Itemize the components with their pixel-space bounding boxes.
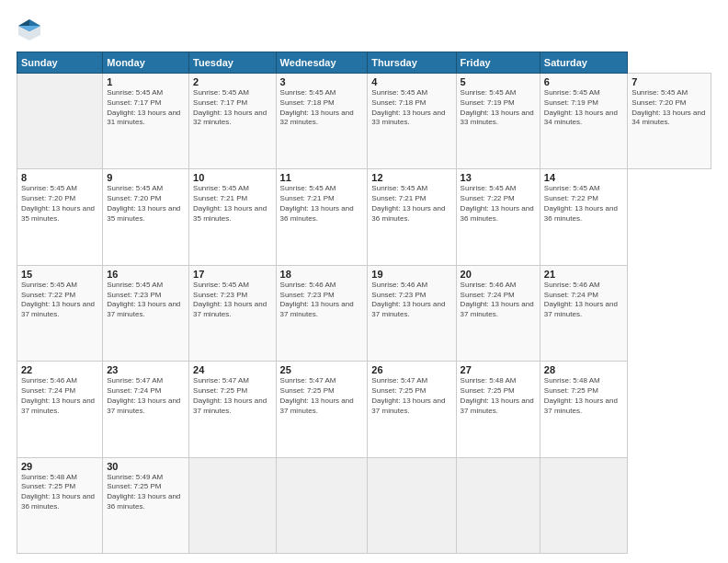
day-cell [276,457,368,553]
day-number: 14 [544,172,624,183]
day-info: Sunrise: 5:46 AMSunset: 7:23 PMDaylight:… [371,281,451,320]
day-info: Sunrise: 5:45 AMSunset: 7:22 PMDaylight:… [544,184,624,224]
day-number: 3 [280,76,364,87]
day-number: 2 [193,76,272,87]
day-info: Sunrise: 5:45 AMSunset: 7:20 PMDaylight:… [107,184,185,224]
day-cell: 6Sunrise: 5:45 AMSunset: 7:19 PMDaylight… [540,74,628,169]
day-info: Sunrise: 5:49 AMSunset: 7:25 PMDaylight:… [107,473,185,512]
day-cell: 14Sunrise: 5:45 AMSunset: 7:22 PMDayligh… [540,169,628,265]
day-info: Sunrise: 5:45 AMSunset: 7:21 PMDaylight:… [193,184,272,224]
col-header-tuesday: Tuesday [189,52,277,74]
day-cell [540,457,628,553]
day-cell: 17Sunrise: 5:45 AMSunset: 7:23 PMDayligh… [189,265,277,361]
day-cell [368,457,456,553]
day-cell: 24Sunrise: 5:47 AMSunset: 7:25 PMDayligh… [189,362,277,457]
day-number: 4 [371,76,451,87]
day-cell: 11Sunrise: 5:45 AMSunset: 7:21 PMDayligh… [276,169,368,265]
day-info: Sunrise: 5:48 AMSunset: 7:25 PMDaylight:… [544,376,624,416]
week-row-1: 1Sunrise: 5:45 AMSunset: 7:17 PMDaylight… [17,74,711,169]
header [17,17,711,42]
day-number: 16 [107,269,185,280]
col-header-thursday: Thursday [368,52,456,74]
col-header-saturday: Saturday [540,52,628,74]
day-cell [456,457,540,553]
day-cell: 25Sunrise: 5:47 AMSunset: 7:25 PMDayligh… [276,362,368,457]
day-number: 19 [371,269,451,280]
day-cell: 20Sunrise: 5:46 AMSunset: 7:24 PMDayligh… [456,265,540,361]
day-cell: 22Sunrise: 5:46 AMSunset: 7:24 PMDayligh… [17,362,103,457]
day-number: 21 [544,269,624,280]
day-number: 9 [107,172,185,183]
day-number: 30 [107,461,185,472]
day-info: Sunrise: 5:47 AMSunset: 7:24 PMDaylight:… [107,376,185,416]
day-number: 18 [280,269,364,280]
day-number: 12 [371,172,451,183]
day-info: Sunrise: 5:45 AMSunset: 7:18 PMDaylight:… [371,88,451,128]
day-info: Sunrise: 5:46 AMSunset: 7:24 PMDaylight:… [21,376,98,416]
day-number: 20 [461,269,536,280]
day-number: 28 [544,364,624,375]
day-info: Sunrise: 5:47 AMSunset: 7:25 PMDaylight:… [280,376,364,416]
calendar-table: SundayMondayTuesdayWednesdayThursdayFrid… [17,52,711,554]
day-number: 13 [461,172,536,183]
day-cell: 9Sunrise: 5:45 AMSunset: 7:20 PMDaylight… [103,169,189,265]
day-info: Sunrise: 5:45 AMSunset: 7:19 PMDaylight:… [461,88,536,128]
day-cell: 27Sunrise: 5:48 AMSunset: 7:25 PMDayligh… [456,362,540,457]
col-header-friday: Friday [456,52,540,74]
day-info: Sunrise: 5:48 AMSunset: 7:25 PMDaylight:… [461,376,536,416]
day-cell: 2Sunrise: 5:45 AMSunset: 7:17 PMDaylight… [189,74,277,169]
day-info: Sunrise: 5:45 AMSunset: 7:21 PMDaylight:… [280,184,364,224]
col-header-wednesday: Wednesday [276,52,368,74]
week-row-4: 22Sunrise: 5:46 AMSunset: 7:24 PMDayligh… [17,362,711,457]
day-info: Sunrise: 5:45 AMSunset: 7:20 PMDaylight:… [21,184,98,224]
day-number: 27 [461,364,536,375]
page: SundayMondayTuesdayWednesdayThursdayFrid… [0,0,728,563]
day-cell: 18Sunrise: 5:46 AMSunset: 7:23 PMDayligh… [276,265,368,361]
day-info: Sunrise: 5:45 AMSunset: 7:20 PMDaylight:… [631,88,707,128]
day-number: 10 [193,172,272,183]
day-cell [189,457,277,553]
day-number: 22 [21,364,98,375]
day-cell [17,74,103,169]
day-info: Sunrise: 5:45 AMSunset: 7:19 PMDaylight:… [544,88,624,128]
day-cell: 30Sunrise: 5:49 AMSunset: 7:25 PMDayligh… [103,457,189,553]
header-row: SundayMondayTuesdayWednesdayThursdayFrid… [17,52,711,74]
day-number: 29 [21,461,98,472]
day-cell: 26Sunrise: 5:47 AMSunset: 7:25 PMDayligh… [368,362,456,457]
day-number: 11 [280,172,364,183]
day-number: 7 [631,76,707,87]
day-cell: 3Sunrise: 5:45 AMSunset: 7:18 PMDaylight… [276,74,368,169]
week-row-5: 29Sunrise: 5:48 AMSunset: 7:25 PMDayligh… [17,457,711,553]
day-cell: 8Sunrise: 5:45 AMSunset: 7:20 PMDaylight… [17,169,103,265]
day-info: Sunrise: 5:47 AMSunset: 7:25 PMDaylight:… [193,376,272,416]
day-info: Sunrise: 5:45 AMSunset: 7:21 PMDaylight:… [371,184,451,224]
day-cell: 5Sunrise: 5:45 AMSunset: 7:19 PMDaylight… [456,74,540,169]
day-info: Sunrise: 5:46 AMSunset: 7:24 PMDaylight:… [544,281,624,320]
day-info: Sunrise: 5:45 AMSunset: 7:22 PMDaylight:… [461,184,536,224]
day-number: 6 [544,76,624,87]
day-number: 23 [107,364,185,375]
day-info: Sunrise: 5:45 AMSunset: 7:17 PMDaylight:… [107,88,185,128]
day-cell: 1Sunrise: 5:45 AMSunset: 7:17 PMDaylight… [103,74,189,169]
day-cell: 28Sunrise: 5:48 AMSunset: 7:25 PMDayligh… [540,362,628,457]
day-info: Sunrise: 5:45 AMSunset: 7:23 PMDaylight:… [107,281,185,320]
day-cell: 16Sunrise: 5:45 AMSunset: 7:23 PMDayligh… [103,265,189,361]
day-info: Sunrise: 5:47 AMSunset: 7:25 PMDaylight:… [371,376,451,416]
col-header-monday: Monday [103,52,189,74]
day-info: Sunrise: 5:48 AMSunset: 7:25 PMDaylight:… [21,473,98,512]
day-cell: 7Sunrise: 5:45 AMSunset: 7:20 PMDaylight… [628,74,711,169]
day-number: 5 [461,76,536,87]
day-info: Sunrise: 5:45 AMSunset: 7:23 PMDaylight:… [193,281,272,320]
day-number: 1 [107,76,185,87]
day-info: Sunrise: 5:46 AMSunset: 7:24 PMDaylight:… [461,281,536,320]
day-cell: 29Sunrise: 5:48 AMSunset: 7:25 PMDayligh… [17,457,103,553]
day-cell: 19Sunrise: 5:46 AMSunset: 7:23 PMDayligh… [368,265,456,361]
day-number: 25 [280,364,364,375]
day-number: 26 [371,364,451,375]
day-info: Sunrise: 5:46 AMSunset: 7:23 PMDaylight:… [280,281,364,320]
day-info: Sunrise: 5:45 AMSunset: 7:17 PMDaylight:… [193,88,272,128]
day-cell: 10Sunrise: 5:45 AMSunset: 7:21 PMDayligh… [189,169,277,265]
day-cell: 15Sunrise: 5:45 AMSunset: 7:22 PMDayligh… [17,265,103,361]
logo [17,17,46,42]
day-number: 15 [21,269,98,280]
